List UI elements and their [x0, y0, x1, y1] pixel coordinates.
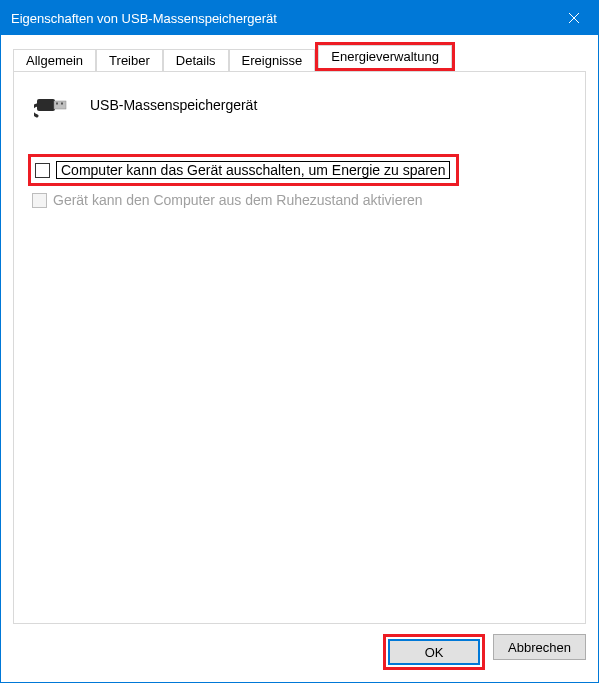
tab-panel-power: USB-Massenspeichergerät Computer kann da…: [13, 71, 586, 624]
highlight-ok-button: OK: [383, 634, 485, 670]
ok-button[interactable]: OK: [388, 639, 480, 665]
close-icon: [568, 12, 580, 24]
dialog-button-row: OK Abbrechen: [13, 634, 586, 670]
device-header: USB-Massenspeichergerät: [28, 90, 571, 120]
svg-rect-5: [61, 103, 63, 105]
label-allow-off[interactable]: Computer kann das Gerät ausschalten, um …: [56, 161, 450, 179]
window-title: Eigenschaften von USB-Massenspeichergerä…: [11, 11, 550, 26]
label-allow-wake: Gerät kann den Computer aus dem Ruhezust…: [53, 192, 423, 208]
properties-dialog: Eigenschaften von USB-Massenspeichergerä…: [0, 0, 599, 683]
device-name-label: USB-Massenspeichergerät: [90, 97, 257, 113]
tab-events[interactable]: Ereignisse: [229, 49, 316, 72]
usb-plug-icon: [34, 90, 76, 120]
cancel-button[interactable]: Abbrechen: [493, 634, 586, 660]
client-area: Allgemein Treiber Details Ereignisse Ene…: [1, 35, 598, 682]
highlight-option-allow-off: Computer kann das Gerät ausschalten, um …: [28, 154, 459, 186]
tab-general[interactable]: Allgemein: [13, 49, 96, 72]
power-options: Computer kann das Gerät ausschalten, um …: [28, 154, 571, 208]
option-allow-wake: Gerät kann den Computer aus dem Ruhezust…: [32, 192, 571, 208]
svg-rect-3: [54, 101, 66, 109]
tab-power[interactable]: Energieverwaltung: [318, 45, 452, 68]
tab-details[interactable]: Details: [163, 49, 229, 72]
checkbox-allow-wake: [32, 193, 47, 208]
tab-strip: Allgemein Treiber Details Ereignisse Ene…: [13, 45, 586, 71]
tab-driver[interactable]: Treiber: [96, 49, 163, 72]
svg-rect-4: [56, 103, 58, 105]
svg-rect-2: [37, 99, 55, 111]
titlebar: Eigenschaften von USB-Massenspeichergerä…: [1, 1, 598, 35]
close-button[interactable]: [550, 1, 598, 35]
checkbox-allow-off[interactable]: [35, 163, 50, 178]
highlight-tab-power: Energieverwaltung: [315, 42, 455, 71]
